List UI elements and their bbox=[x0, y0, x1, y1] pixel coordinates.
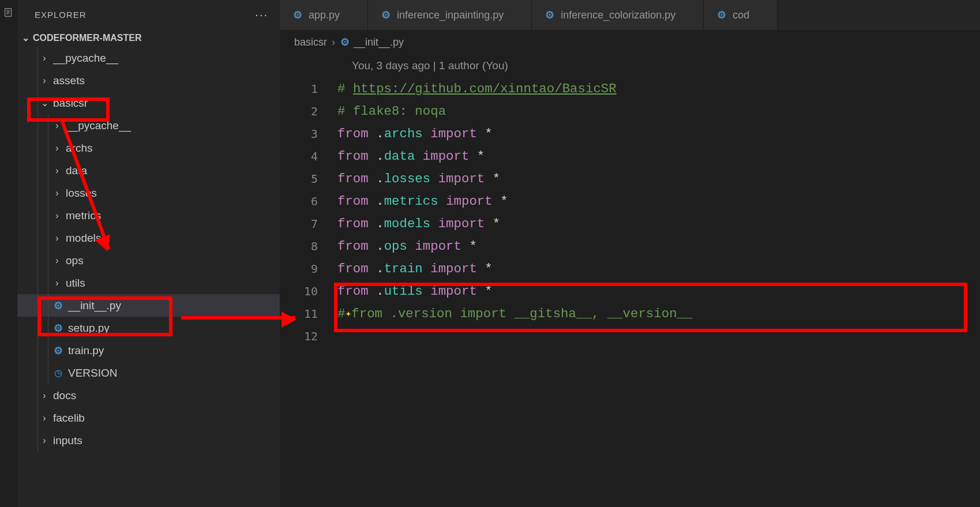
chevron-right-icon: › bbox=[53, 166, 61, 176]
git-codelens[interactable]: You, 3 days ago | 1 author (You) bbox=[280, 54, 980, 78]
editor-tab[interactable]: ⚙inference_inpainting.py bbox=[368, 0, 532, 30]
python-icon: ⚙ bbox=[292, 9, 303, 21]
tree-folder[interactable]: ›data bbox=[17, 159, 280, 182]
tree-item-label: facelib bbox=[53, 412, 85, 425]
tree-folder[interactable]: ›ops bbox=[17, 249, 280, 272]
line-number: 2 bbox=[280, 100, 337, 123]
tree-folder[interactable]: ›utils bbox=[17, 272, 280, 294]
line-number: 8 bbox=[280, 235, 337, 258]
tree-file[interactable]: ◷VERSION bbox=[17, 362, 280, 384]
code-line[interactable]: 11#✦from .version import __gitsha__, __v… bbox=[280, 303, 980, 325]
chevron-down-icon: ⌄ bbox=[22, 32, 29, 43]
tree-item-label: __init__.py bbox=[68, 299, 121, 312]
python-icon: ⚙ bbox=[53, 299, 63, 312]
tree-item-label: ops bbox=[66, 254, 84, 267]
tree-item-label: setup.py bbox=[68, 322, 110, 335]
chevron-right-icon: › bbox=[40, 413, 48, 423]
tree-item-label: VERSION bbox=[68, 367, 118, 380]
code-line[interactable]: 3from .archs import * bbox=[280, 123, 980, 145]
line-content: from .train import * bbox=[337, 258, 980, 280]
line-content: # flake8: noqa bbox=[337, 100, 980, 123]
line-content: from .metrics import * bbox=[337, 190, 980, 213]
breadcrumb-segment: __init__.py bbox=[354, 36, 404, 48]
more-icon[interactable]: ··· bbox=[255, 8, 268, 21]
sidebar-explorer: EXPLORER ··· ⌄ CODEFORMER-MASTER ›__pyca… bbox=[17, 0, 280, 507]
tree-file[interactable]: ⚙train.py bbox=[17, 339, 280, 362]
activity-bar bbox=[0, 0, 17, 507]
tree-file[interactable]: ⚙__init__.py bbox=[17, 294, 280, 317]
tree-item-label: __pycache__ bbox=[66, 119, 131, 132]
tree-folder[interactable]: ›metrics bbox=[17, 204, 280, 227]
tree-file[interactable]: ⚙setup.py bbox=[17, 317, 280, 339]
code-line[interactable]: 5from .losses import * bbox=[280, 168, 980, 190]
codelens-text: You, 3 days ago | 1 author (You) bbox=[352, 59, 508, 72]
chevron-down-icon: ⌄ bbox=[40, 97, 48, 108]
python-icon: ⚙ bbox=[340, 36, 350, 48]
breadcrumb[interactable]: basicsr › ⚙ __init__.py bbox=[280, 31, 980, 54]
line-content: from .data import * bbox=[337, 145, 980, 168]
code-line[interactable]: 12 bbox=[280, 325, 980, 348]
chevron-right-icon: › bbox=[40, 53, 48, 63]
chevron-right-icon: › bbox=[40, 390, 48, 401]
chevron-right-icon: › bbox=[53, 188, 61, 198]
annotation-arrow bbox=[181, 316, 295, 320]
chevron-right-icon: › bbox=[53, 143, 61, 153]
tree-folder[interactable]: ›__pycache__ bbox=[17, 114, 280, 137]
tree-folder[interactable]: ›inputs bbox=[17, 429, 280, 452]
tree-item-label: basicsr bbox=[53, 97, 88, 110]
tree-folder[interactable]: ›docs bbox=[17, 384, 280, 407]
code-line[interactable]: 8from .ops import * bbox=[280, 235, 980, 258]
tree-folder[interactable]: ›assets bbox=[17, 69, 280, 92]
chevron-right-icon: › bbox=[40, 76, 48, 86]
tab-label: inference_inpainting.py bbox=[397, 9, 504, 21]
tab-label: inference_colorization.py bbox=[561, 9, 675, 21]
tree-folder[interactable]: ›__pycache__ bbox=[17, 47, 280, 69]
clock-icon: ◷ bbox=[53, 367, 63, 378]
tab-label: cod bbox=[733, 9, 749, 21]
code-line[interactable]: 2# flake8: noqa bbox=[280, 100, 980, 123]
editor-tabs: ⚙app.py⚙inference_inpainting.py⚙inferenc… bbox=[280, 0, 980, 31]
chevron-right-icon: › bbox=[53, 211, 61, 221]
tree-item-label: inputs bbox=[53, 434, 82, 447]
tree-folder[interactable]: ›archs bbox=[17, 137, 280, 159]
breadcrumb-segment: basicsr bbox=[294, 36, 327, 48]
line-number: 7 bbox=[280, 213, 337, 235]
python-icon: ⚙ bbox=[53, 322, 63, 335]
line-content: from .models import * bbox=[337, 213, 980, 235]
code-line[interactable]: 4from .data import * bbox=[280, 145, 980, 168]
chevron-right-icon: › bbox=[53, 256, 61, 266]
code-line[interactable]: 10from .utils import * bbox=[280, 280, 980, 303]
code-line[interactable]: 6from .metrics import * bbox=[280, 190, 980, 213]
code-lines: 1# https://github.com/xinntao/BasicSR2# … bbox=[280, 78, 980, 348]
code-line[interactable]: 1# https://github.com/xinntao/BasicSR bbox=[280, 78, 980, 100]
line-number: 6 bbox=[280, 190, 337, 213]
code-line[interactable]: 9from .train import * bbox=[280, 258, 980, 280]
line-content: #✦from .version import __gitsha__, __ver… bbox=[337, 303, 980, 326]
editor-tab[interactable]: ⚙inference_colorization.py bbox=[532, 0, 704, 30]
code-area[interactable]: 1# https://github.com/xinntao/BasicSR2# … bbox=[280, 78, 980, 507]
line-number: 4 bbox=[280, 145, 337, 168]
files-icon[interactable] bbox=[1, 6, 16, 21]
python-icon: ⚙ bbox=[716, 9, 727, 21]
tree-folder[interactable]: ›losses bbox=[17, 182, 280, 204]
explorer-title: EXPLORER bbox=[35, 10, 87, 20]
tree-item-label: docs bbox=[53, 389, 76, 402]
chevron-right-icon: › bbox=[53, 233, 61, 243]
line-content: from .archs import * bbox=[337, 123, 980, 145]
tree-folder[interactable]: ›facelib bbox=[17, 407, 280, 429]
tree-item-label: losses bbox=[66, 187, 97, 200]
chevron-right-icon: › bbox=[40, 435, 48, 446]
line-number: 12 bbox=[280, 325, 337, 348]
editor-tab[interactable]: ⚙app.py bbox=[280, 0, 368, 30]
chevron-right-icon: › bbox=[53, 278, 61, 288]
line-content: # https://github.com/xinntao/BasicSR bbox=[337, 78, 980, 100]
workspace-root[interactable]: ⌄ CODEFORMER-MASTER bbox=[17, 29, 280, 47]
editor-tab[interactable]: ⚙cod bbox=[704, 0, 778, 30]
code-line[interactable]: 7from .models import * bbox=[280, 213, 980, 235]
tree-folder[interactable]: ›models bbox=[17, 227, 280, 249]
tree-item-label: train.py bbox=[68, 344, 104, 357]
python-icon: ⚙ bbox=[381, 9, 391, 21]
python-icon: ⚙ bbox=[53, 344, 63, 357]
tree-folder[interactable]: ⌄basicsr bbox=[17, 92, 280, 114]
line-number: 3 bbox=[280, 123, 337, 145]
